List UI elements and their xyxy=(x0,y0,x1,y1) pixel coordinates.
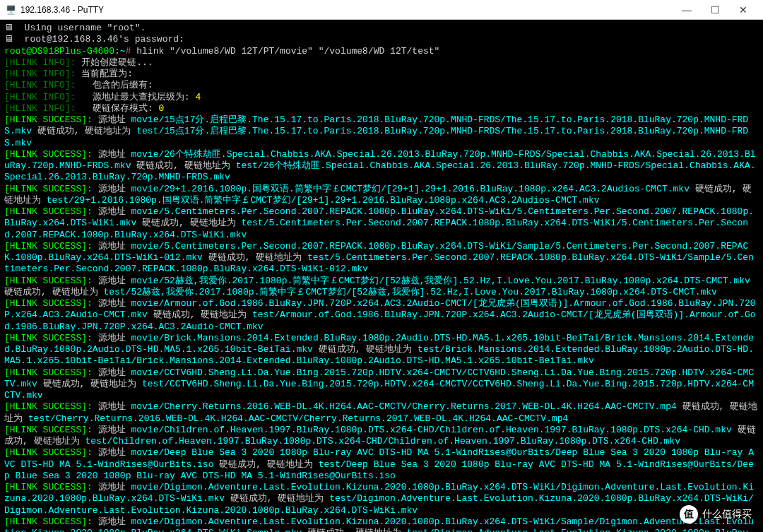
minimize-button[interactable]: — xyxy=(673,4,701,16)
maximize-button[interactable]: ☐ xyxy=(701,4,729,16)
watermark-icon: 值 xyxy=(680,505,698,524)
watermark-text: 什么值得买 xyxy=(702,508,752,521)
close-button[interactable]: ✕ xyxy=(729,4,757,16)
window-titlebar: 🖥️ 192.168.3.46 - PuTTY — ☐ ✕ xyxy=(0,0,763,20)
watermark: 值 什么值得买 xyxy=(680,505,752,524)
putty-icon: 🖥️ xyxy=(6,5,16,15)
terminal-output[interactable]: 🖥 Using username "root". 🖥 root@192.168.… xyxy=(0,20,763,532)
window-title: 192.168.3.46 - PuTTY xyxy=(20,5,673,15)
